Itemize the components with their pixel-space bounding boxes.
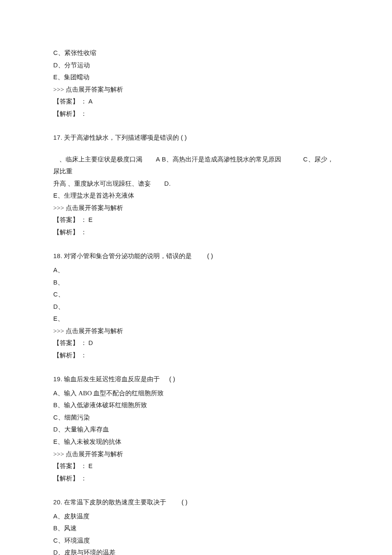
option-d: D、大量输入库存血 [53,423,339,436]
answer-line: 【答案】 ： E [53,214,339,226]
option-c: C、紧张性收缩 [53,47,339,59]
expand-answer-link[interactable]: >>> 点击展开答案与解析 [53,448,339,460]
option-tag: A [53,390,58,397]
paren: ( ) [182,498,187,506]
option-text: 环境温度 [64,537,90,544]
option-text: 细菌污染 [64,414,90,421]
question-18: 18. 对肾小管和集合管分泌功能的说明，错误的是 ( ) A、 B、 C、 D、… [53,250,339,361]
option-d-tag: D. [164,180,171,187]
option-tag: C [53,414,58,421]
question-stem: 18. 对肾小管和集合管分泌功能的说明，错误的是 ( ) [53,250,339,262]
stem-text: 关于高渗性缺水，下列描述哪项是错误的 [64,134,179,141]
expand-answer-link[interactable]: >>> 点击展开答案与解析 [53,202,339,214]
expand-answer-link[interactable]: >>> 点击展开答案与解析 [53,325,339,337]
option-tag: B [53,279,58,286]
option-wrap-text: 升高 、重度缺水可出现躁狂、谵妄 [53,180,151,187]
option-text: 输入 ABO 血型不配合的红细胞所致 [64,390,164,397]
document-page: C、紧张性收缩 D、分节运动 E、集团蠕动 >>> 点击展开答案与解析 【答案】… [0,0,392,555]
option-e: E、输入未被发现的抗体 [53,436,339,448]
option-tag: D [53,549,58,555]
question-stem: 17. 关于高渗性缺水，下列描述哪项是错误的 ( ) [53,132,339,144]
answer-value: A [89,98,93,105]
option-text: 输入未被发现的抗体 [64,438,121,445]
option-a-text: 、临床上主要症状是极度口渴 [59,156,142,163]
option-tag: D [53,426,58,433]
option-text: 分节运动 [64,62,90,69]
question-stem: 20. 在常温下皮肤的散热速度主要取决于 ( ) [53,496,339,509]
option-tag: E [53,192,58,199]
question-17: 17. 关于高渗性缺水，下列描述哪项是错误的 ( ) 、临床上主要症状是极度口渴… [53,132,339,238]
question-16-tail: C、紧张性收缩 D、分节运动 E、集团蠕动 >>> 点击展开答案与解析 【答案】… [53,47,339,120]
question-number: 20. [53,499,63,506]
option-tag: E [53,74,58,81]
option-tag: A [53,267,58,273]
option-text: 、生理盐水是首选补充液体 [58,192,134,199]
option-d: D、皮肤与环境的温差 [53,546,339,555]
answer-line: 【答案】 ： D [53,337,339,349]
option-d: D、分节运动 [53,59,339,72]
paren: ( ) [169,375,175,382]
option-b: B、输入低渗液体破坏红细胞所致 [53,399,339,411]
stem-text: 对肾小管和集合管分泌功能的说明，错误的是 [64,253,192,259]
options-line-2: 升高 、重度缺水可出现躁狂、谵妄 D. [53,178,339,190]
option-tag: A [53,513,58,520]
option-tag: C [53,291,58,298]
option-c: C、细菌污染 [53,411,339,424]
option-e: E、生理盐水是首选补充液体 [53,190,339,202]
option-tag: C [53,49,58,56]
option-a: A、输入 ABO 血型不配合的红细胞所致 [53,387,339,400]
option-c-tag: C [303,156,308,163]
paren: ( ) [181,134,187,141]
answer-label: 【答案】 ： [53,98,87,105]
option-text: 风速 [64,525,77,532]
option-a: A、皮肤温度 [53,510,339,523]
option-b-tag: B [162,156,166,163]
option-a: A、 [53,264,339,276]
stem-text: 在常温下皮肤的散热速度主要取决于 [64,499,166,506]
option-c: C、 [53,288,339,301]
option-tag: C [53,537,58,544]
option-b: B、风速 [53,522,339,535]
option-text: 大量输入库存血 [64,426,109,433]
option-a-tag: A [156,156,160,163]
option-text: 紧张性收缩 [64,49,96,56]
answer-label: 【答案】 ： [53,463,87,469]
answer-line: 【答案】 ： E [53,460,339,472]
option-e: E、集团蠕动 [53,71,339,83]
option-tag: D [53,303,58,310]
explanation-line: 【解析】 ： [53,349,339,362]
option-d: D、 [53,301,339,313]
option-e: E、 [53,313,339,325]
option-text: 集团蠕动 [64,74,89,81]
option-tag: E [53,315,58,322]
answer-label: 【答案】 ： [53,216,87,223]
paren: ( ) [207,252,213,259]
question-number: 19. [53,376,63,382]
option-c: C、环境温度 [53,535,339,547]
option-tag: B [53,525,58,532]
spacer [53,146,339,153]
explanation-line: 【解析】 ： [53,108,339,120]
option-b-text: 、高热出汗是造成高渗性脱水的常见原因 [166,156,281,163]
question-19: 19. 输血后发生延迟性溶血反应是由于 ( ) A、输入 ABO 血型不配合的红… [53,373,339,484]
answer-label: 【答案】 ： [53,339,87,346]
stem-text: 输血后发生延迟性溶血反应是由于 [64,376,160,382]
question-number: 18. [53,253,63,259]
option-b: B、 [53,276,339,289]
option-tag: E [53,438,58,445]
answer-line: 【答案】 ： A [53,95,339,108]
expand-answer-link[interactable]: >>> 点击展开答案与解析 [53,83,339,96]
explanation-line: 【解析】 ： [53,472,339,485]
explanation-line: 【解析】 ： [53,226,339,239]
answer-value: E [89,463,93,469]
question-stem: 19. 输血后发生延迟性溶血反应是由于 ( ) [53,373,339,385]
question-20: 20. 在常温下皮肤的散热速度主要取决于 ( ) A、皮肤温度 B、风速 C、环… [53,496,339,555]
question-number: 17. [53,134,63,141]
options-line-1: 、临床上主要症状是极度口渴 A B、高热出汗是造成高渗性脱水的常见原因 C、尿少… [53,153,339,178]
option-text: 皮肤温度 [64,513,89,520]
answer-value: D [89,339,93,346]
option-tag: B [53,402,58,408]
answer-value: E [89,216,93,223]
option-tag: D [53,62,58,69]
option-text: 输入低渗液体破坏红细胞所致 [64,402,147,408]
